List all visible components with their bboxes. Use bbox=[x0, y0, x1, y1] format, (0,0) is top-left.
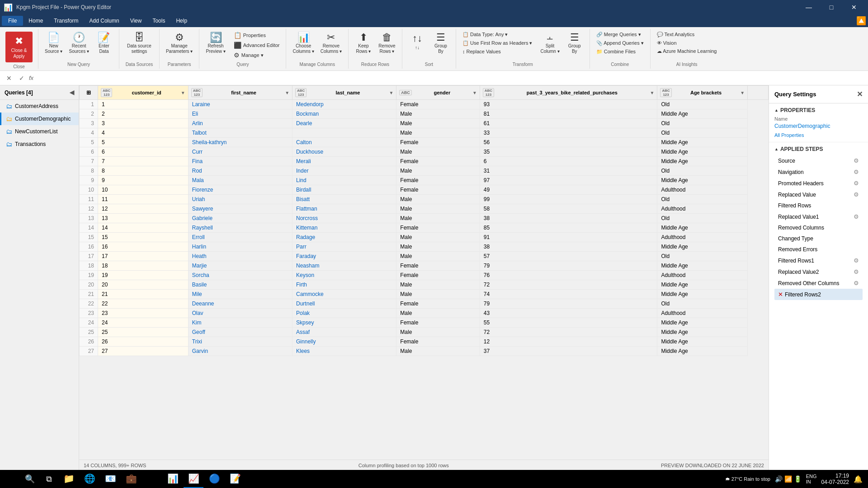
filter-btn-age-brackets[interactable]: ▼ bbox=[740, 90, 745, 95]
text-analytics-button[interactable]: 💬 Text Analytics bbox=[654, 31, 720, 38]
taskbar-powerbi[interactable]: 📈 bbox=[184, 470, 203, 488]
replace-values-button[interactable]: ↕ Replace Values bbox=[460, 48, 535, 55]
formula-confirm-button[interactable]: ✓ bbox=[16, 73, 27, 84]
menu-add-column[interactable]: Add Column bbox=[84, 16, 125, 26]
qs-all-properties-link[interactable]: All Properties bbox=[774, 132, 804, 138]
menu-file[interactable]: File bbox=[2, 16, 23, 26]
col-header-first-name[interactable]: ABC123 first_name ▼ bbox=[188, 86, 292, 100]
step-item[interactable]: Navigation⚙ bbox=[774, 166, 863, 178]
remove-rows-button[interactable]: 🗑 RemoveRows ▾ bbox=[376, 31, 398, 56]
append-queries-button[interactable]: 📎 Append Queries ▾ bbox=[594, 39, 646, 47]
minimize-button[interactable]: — bbox=[798, 0, 819, 14]
taskbar-notes[interactable]: 📝 bbox=[225, 470, 245, 488]
time-block[interactable]: 17:19 04-07-2022 bbox=[821, 473, 849, 485]
step-item[interactable]: Removed Errors bbox=[774, 244, 863, 255]
taskbar-file-explorer[interactable]: 📁 bbox=[59, 470, 79, 488]
azure-ml-button[interactable]: ☁ Azure Machine Learning bbox=[654, 47, 720, 55]
step-gear-icon[interactable]: ⚙ bbox=[854, 257, 859, 264]
col-header-customer-id[interactable]: ABC123 customer_id ▼ bbox=[98, 86, 189, 100]
menu-transform[interactable]: Transform bbox=[48, 16, 84, 26]
col-header-past-purchases[interactable]: ABC123 past_3_years_bike_related_purchas… bbox=[480, 86, 657, 100]
vision-button[interactable]: 👁 Vision bbox=[654, 39, 720, 47]
split-column-button[interactable]: ⫠ SplitColumn ▾ bbox=[538, 31, 562, 56]
sort-asc-button[interactable]: ↑↓ ↑↓ bbox=[406, 31, 429, 52]
filter-btn-last-name[interactable]: ▼ bbox=[389, 90, 393, 95]
notification-icon[interactable]: 🔔 bbox=[854, 475, 863, 483]
data-grid-wrapper[interactable]: ⊞ ABC123 customer_id ▼ A bbox=[79, 85, 769, 460]
step-item[interactable]: Filtered Rows bbox=[774, 200, 863, 211]
step-gear-icon[interactable]: ⚙ bbox=[854, 191, 859, 198]
step-item[interactable]: Filtered Rows1⚙ bbox=[774, 255, 863, 266]
step-gear-icon[interactable]: ⚙ bbox=[854, 280, 859, 286]
taskbar-mail[interactable]: 📧 bbox=[100, 470, 120, 488]
close-apply-button[interactable]: ✖ Close & Apply bbox=[5, 32, 33, 62]
menu-home[interactable]: Home bbox=[23, 16, 48, 26]
sidebar-collapse-button[interactable]: ◀ bbox=[70, 89, 74, 96]
taskbar-teams[interactable]: 💼 bbox=[121, 470, 141, 488]
step-item[interactable]: ✕Filtered Rows2 bbox=[774, 289, 863, 300]
taskbar-excel[interactable]: 📊 bbox=[163, 470, 183, 488]
step-item[interactable]: Removed Other Columns⚙ bbox=[774, 277, 863, 289]
menu-tools[interactable]: Tools bbox=[147, 16, 170, 26]
use-first-row-button[interactable]: 📋 Use First Row as Headers ▾ bbox=[460, 39, 535, 47]
step-gear-icon[interactable]: ⚙ bbox=[854, 157, 859, 164]
step-delete-icon[interactable]: ✕ bbox=[778, 291, 783, 298]
filter-btn-gender[interactable]: ▼ bbox=[472, 90, 477, 95]
start-button[interactable]: ⊞ bbox=[2, 470, 20, 488]
manage-button[interactable]: ⚙ Manage ▾ bbox=[231, 51, 283, 60]
qs-close-button[interactable]: ✕ bbox=[857, 90, 863, 99]
step-gear-icon[interactable]: ⚙ bbox=[854, 180, 859, 187]
taskbar-edge[interactable]: 🌐 bbox=[80, 470, 99, 488]
remove-columns-button[interactable]: ✂ RemoveColumns ▾ bbox=[318, 31, 344, 56]
step-gear-icon[interactable]: ⚙ bbox=[854, 169, 859, 175]
step-item[interactable]: Changed Type bbox=[774, 233, 863, 244]
advanced-editor-button[interactable]: ⬛ Advanced Editor bbox=[231, 41, 283, 50]
data-source-settings-button[interactable]: 🗄 Data source settings bbox=[123, 31, 156, 56]
properties-button[interactable]: 📋 Properties bbox=[231, 31, 283, 40]
combine-files-button[interactable]: 📁 Combine Files bbox=[594, 48, 646, 56]
task-view-button[interactable]: ⧉ bbox=[40, 470, 58, 488]
sidebar-item-customer-demographic[interactable]: 🗂 CustomerDemographic bbox=[0, 113, 79, 125]
step-gear-icon[interactable]: ⚙ bbox=[854, 213, 859, 220]
keep-rows-button[interactable]: ⬆ KeepRows ▾ bbox=[352, 31, 375, 56]
formula-cancel-button[interactable]: ✕ bbox=[4, 73, 14, 84]
step-gear-icon[interactable]: ⚙ bbox=[854, 268, 859, 275]
choose-columns-button[interactable]: 📊 ChooseColumns ▾ bbox=[290, 31, 316, 56]
col-header-last-name[interactable]: ABC123 last_name ▼ bbox=[292, 86, 396, 100]
step-item[interactable]: Promoted Headers⚙ bbox=[774, 178, 863, 189]
col-header-gender[interactable]: ABC gender ▼ bbox=[396, 86, 480, 100]
new-source-button[interactable]: 📄 NewSource ▾ bbox=[42, 31, 65, 56]
sidebar-item-new-customer-list[interactable]: 🗂 NewCustomerList bbox=[0, 125, 79, 138]
enter-data-button[interactable]: 📝 EnterData bbox=[93, 31, 115, 56]
search-button[interactable]: 🔍 bbox=[21, 470, 39, 488]
menu-view[interactable]: View bbox=[125, 16, 147, 26]
manage-parameters-button[interactable]: ⚙ ManageParameters ▾ bbox=[163, 31, 195, 56]
group-by-button[interactable]: ☰ GroupBy bbox=[429, 31, 452, 56]
recent-sources-button[interactable]: 🕐 RecentSources ▾ bbox=[66, 31, 91, 56]
step-item[interactable]: Replaced Value⚙ bbox=[774, 189, 863, 200]
filter-btn-past-purchases[interactable]: ▼ bbox=[650, 90, 655, 95]
data-type-button[interactable]: 📋 Data Type: Any ▾ bbox=[460, 31, 535, 38]
menu-help[interactable]: Help bbox=[170, 16, 193, 26]
formula-input[interactable]: = Table.SelectRows(#"Removed Other Colum… bbox=[38, 75, 864, 81]
step-item[interactable]: Source⚙ bbox=[774, 155, 863, 166]
group-by-transform-button[interactable]: ☰ GroupBy bbox=[563, 31, 586, 56]
taskbar-antivirus[interactable]: 🛡 bbox=[142, 470, 162, 488]
close-button[interactable]: ✕ bbox=[844, 0, 864, 14]
col-header-age-brackets[interactable]: ABC123 Age brackets ▼ bbox=[657, 86, 748, 100]
step-item[interactable]: Replaced Value2⚙ bbox=[774, 266, 863, 277]
step-item[interactable]: Replaced Value1⚙ bbox=[774, 211, 863, 222]
step-item[interactable]: Removed Columns bbox=[774, 222, 863, 233]
maximize-button[interactable]: □ bbox=[821, 0, 842, 14]
ribbon-pin[interactable]: 🔼 bbox=[856, 16, 866, 26]
qs-name-value[interactable]: CustomerDemographic bbox=[774, 123, 863, 129]
taskbar-chrome[interactable]: 🔵 bbox=[204, 470, 224, 488]
sidebar-item-customer-address[interactable]: 🗂 CustomerAddress bbox=[0, 100, 79, 113]
sidebar-item-transactions[interactable]: 🗂 Transactions bbox=[0, 138, 79, 150]
filter-btn-first-name[interactable]: ▼ bbox=[285, 90, 289, 95]
merge-queries-button[interactable]: 🔗 Merge Queries ▾ bbox=[594, 31, 646, 38]
system-icons[interactable]: 🔊 📶 🔋 bbox=[775, 475, 802, 483]
refresh-preview-button[interactable]: 🔄 RefreshPreview ▾ bbox=[203, 31, 228, 56]
cell-last-name: Assaf bbox=[292, 328, 396, 337]
filter-btn-customer-id[interactable]: ▼ bbox=[181, 90, 185, 95]
